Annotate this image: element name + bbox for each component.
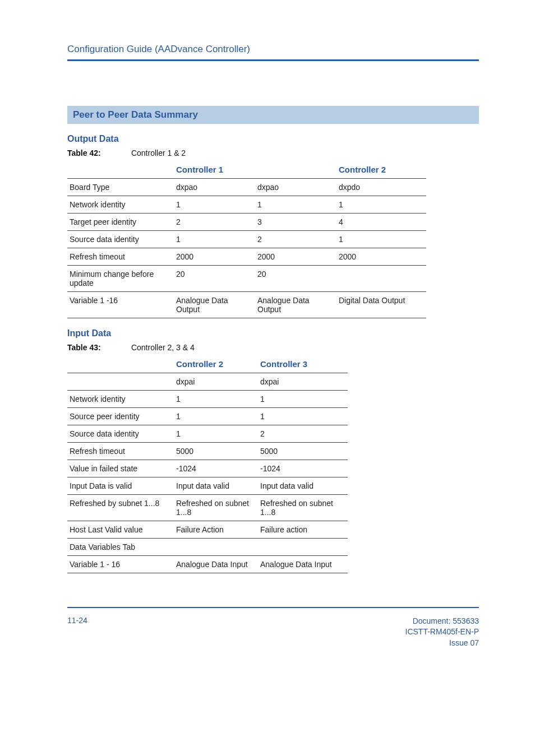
- cell: 5000: [258, 443, 348, 460]
- cell: [174, 539, 258, 556]
- cell: dxpai: [174, 373, 258, 391]
- cell: Analogue Data Output: [174, 292, 255, 318]
- cell: Source peer identity: [67, 408, 174, 425]
- table42-head-blank: [67, 161, 174, 179]
- footer-ref-line: ICSTT-RM405f-EN-P: [405, 627, 479, 638]
- cell: 2000: [336, 248, 426, 266]
- cell: 1: [258, 391, 348, 408]
- footer-doc-info: Document: 553633 ICSTT-RM405f-EN-P Issue…: [405, 616, 479, 649]
- table-row: Data Variables Tab: [67, 539, 348, 556]
- table-row: Network identity 1 1: [67, 391, 348, 408]
- table43: Controller 2 Controller 3 dxpai dxpai Ne…: [67, 355, 348, 573]
- cell: Source data identity: [67, 231, 174, 248]
- table-row: Board Type dxpao dxpao dxpdo: [67, 179, 426, 196]
- table42-head-c1: Controller 1: [174, 161, 336, 179]
- cell: Analogue Data Output: [255, 292, 336, 318]
- table42-head-c2: Controller 2: [336, 161, 426, 179]
- cell: Refreshed on subnet 1...8: [174, 495, 258, 521]
- cell: Refreshed on subnet 1...8: [258, 495, 348, 521]
- cell: 2: [255, 231, 336, 248]
- table42: Controller 1 Controller 2 Board Type dxp…: [67, 161, 426, 318]
- table43-caption: Table 43: Controller 2, 3 & 4: [67, 343, 479, 352]
- cell: Value in failed state: [67, 460, 174, 477]
- cell: 5000: [174, 443, 258, 460]
- page-footer: 11-24 Document: 553633 ICSTT-RM405f-EN-P…: [67, 616, 479, 649]
- table-row: Source data identity 1 2 1: [67, 231, 426, 248]
- table42-caption-label: Table 42:: [67, 149, 129, 157]
- cell: dxpao: [255, 179, 336, 196]
- cell: Refresh timeout: [67, 443, 174, 460]
- table43-head-c2: Controller 3: [258, 355, 348, 373]
- table-row: Refresh timeout 2000 2000 2000: [67, 248, 426, 266]
- cell: 1: [336, 196, 426, 214]
- table-row: Target peer identity 2 3 4: [67, 214, 426, 231]
- footer-doc-line: Document: 553633: [405, 616, 479, 627]
- footer-page-number: 11-24: [67, 616, 87, 649]
- cell: Host Last Valid value: [67, 521, 174, 539]
- cell: 1: [174, 391, 258, 408]
- footer-rule: [67, 607, 479, 608]
- output-data-subheading: Output Data: [67, 134, 479, 144]
- cell: 1: [174, 231, 255, 248]
- cell: 2000: [174, 248, 255, 266]
- table-row: Source data identity 1 2: [67, 425, 348, 443]
- cell: 1: [258, 408, 348, 425]
- table-row: Refresh timeout 5000 5000: [67, 443, 348, 460]
- table-row: Source peer identity 1 1: [67, 408, 348, 425]
- cell: 20: [174, 266, 255, 292]
- table-row: Variable 1 -16 Analogue Data Output Anal…: [67, 292, 426, 318]
- table-row: dxpai dxpai: [67, 373, 348, 391]
- cell: 2: [258, 425, 348, 443]
- cell: Analogue Data Input: [258, 556, 348, 573]
- cell: Refresh timeout: [67, 248, 174, 266]
- table42-caption: Table 42: Controller 1 & 2: [67, 149, 479, 157]
- cell: Refreshed by subnet 1...8: [67, 495, 174, 521]
- cell: 1: [336, 231, 426, 248]
- table43-head-c1: Controller 2: [174, 355, 258, 373]
- table-row: Minimum change before update 20 20: [67, 266, 426, 292]
- table43-head-blank: [67, 355, 174, 373]
- footer-issue-line: Issue 07: [405, 638, 479, 649]
- cell: Minimum change before update: [67, 266, 174, 292]
- cell: Network identity: [67, 391, 174, 408]
- cell: 3: [255, 214, 336, 231]
- cell: Source data identity: [67, 425, 174, 443]
- table43-caption-title: Controller 2, 3 & 4: [131, 343, 195, 352]
- table43-head-row: Controller 2 Controller 3: [67, 355, 348, 373]
- cell: Board Type: [67, 179, 174, 196]
- cell: Digital Data Output: [336, 292, 426, 318]
- cell: Input data valid: [174, 477, 258, 495]
- table-row: Network identity 1 1 1: [67, 196, 426, 214]
- cell: Variable 1 - 16: [67, 556, 174, 573]
- cell: Variable 1 -16: [67, 292, 174, 318]
- cell: 1: [174, 408, 258, 425]
- page-header-title: Configuration Guide (AADvance Controller…: [67, 44, 479, 55]
- table-row: Refreshed by subnet 1...8 Refreshed on s…: [67, 495, 348, 521]
- cell: [258, 539, 348, 556]
- table-row: Value in failed state -1024 -1024: [67, 460, 348, 477]
- cell: Input Data is valid: [67, 477, 174, 495]
- table43-caption-label: Table 43:: [67, 343, 129, 352]
- input-data-subheading: Input Data: [67, 328, 479, 338]
- cell: dxpdo: [336, 179, 426, 196]
- cell: Network identity: [67, 196, 174, 214]
- section-heading: Peer to Peer Data Summary: [73, 109, 198, 120]
- cell: dxpao: [174, 179, 255, 196]
- cell: -1024: [258, 460, 348, 477]
- cell: 4: [336, 214, 426, 231]
- cell: 2: [174, 214, 255, 231]
- cell: Input data valid: [258, 477, 348, 495]
- table42-head-row: Controller 1 Controller 2: [67, 161, 426, 179]
- cell: Failure Action: [174, 521, 258, 539]
- table42-caption-title: Controller 1 & 2: [131, 149, 186, 157]
- cell: Data Variables Tab: [67, 539, 174, 556]
- cell: [336, 266, 426, 292]
- cell: 20: [255, 266, 336, 292]
- cell: Failure action: [258, 521, 348, 539]
- cell: Analogue Data Input: [174, 556, 258, 573]
- cell: 1: [255, 196, 336, 214]
- cell: 1: [174, 425, 258, 443]
- table-row: Variable 1 - 16 Analogue Data Input Anal…: [67, 556, 348, 573]
- cell: dxpai: [258, 373, 348, 391]
- cell: 1: [174, 196, 255, 214]
